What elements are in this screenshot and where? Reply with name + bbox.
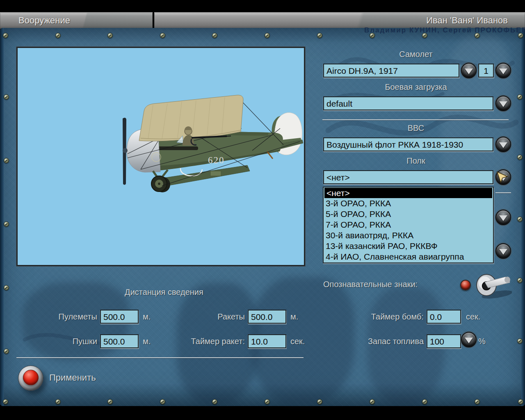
apply-separator — [16, 357, 304, 358]
loadout-select-field[interactable]: default — [323, 96, 493, 110]
list-scroll-button-upper[interactable] — [495, 210, 511, 225]
armament-screen: Вооружение Иван 'Ваня' Иванов Владимир К… — [0, 0, 525, 420]
red-button-icon — [23, 370, 39, 385]
apply-button[interactable] — [18, 365, 43, 391]
screw-icon — [265, 399, 270, 404]
screw-icon — [3, 399, 8, 404]
aircraft-preview-image: 620 — [18, 48, 304, 265]
cannons-label: Пушки — [40, 336, 97, 346]
regiment-option[interactable]: 3-й ОРАО, РККА — [324, 198, 493, 209]
aircraft-count-field[interactable]: 1 — [478, 64, 494, 78]
aircraft-preview: 620 — [16, 47, 305, 266]
aircraft-dropdown-button[interactable] — [461, 63, 477, 78]
arrow-down-icon — [465, 338, 473, 343]
airforce-label: ВВС — [323, 123, 509, 133]
screw-icon — [518, 399, 523, 404]
panel-left-edge — [0, 28, 4, 406]
loadout-label: Боевая загрузка — [323, 82, 509, 92]
screw-icon — [517, 217, 523, 222]
machine-guns-label: Пулеметы — [40, 312, 97, 322]
mouse-cursor — [496, 171, 508, 184]
screw-icon — [160, 399, 165, 404]
convergence-title: Дистанция сведения — [74, 287, 254, 297]
section-separator — [322, 119, 509, 120]
arrow-down-icon — [499, 68, 507, 74]
screw-icon — [517, 338, 523, 344]
screw-icon — [212, 399, 217, 404]
screw-icon — [265, 33, 270, 38]
panel-right-edge — [521, 28, 525, 406]
screw-icon — [107, 399, 113, 404]
screw-icon — [517, 155, 523, 160]
regiment-option[interactable]: 13-й казанский РАО, РККВФ — [324, 241, 493, 251]
arrow-down-icon — [499, 101, 507, 107]
bomb-timer-field[interactable]: 0.0 — [427, 310, 461, 324]
fuel-field[interactable]: 100 — [427, 334, 461, 348]
arrow-down-icon — [465, 68, 473, 74]
screw-icon — [160, 33, 165, 38]
regiment-option[interactable]: 5-й ОРАО, РККА — [324, 209, 493, 219]
rocket-timer-label: Таймер ракет: — [171, 336, 245, 346]
loadout-dropdown-button[interactable] — [495, 96, 511, 111]
regiment-options-list: <нет> 3-й ОРАО, РККА 5-й ОРАО, РККА 7-й … — [323, 187, 494, 263]
fuel-unit: % — [478, 336, 486, 346]
tab-armament[interactable]: Вооружение — [0, 12, 153, 29]
aircraft-count-spin-button[interactable] — [495, 63, 511, 78]
screw-icon — [317, 33, 322, 38]
list-scroll-button-lower[interactable] — [495, 243, 511, 259]
screw-icon — [4, 94, 9, 100]
screw-icon — [3, 33, 8, 38]
tab-armament-label: Вооружение — [18, 13, 70, 28]
screw-icon — [107, 33, 113, 38]
screw-icon — [55, 399, 61, 404]
regiment-option[interactable]: 30-й авиаотряд, РККА — [324, 230, 493, 241]
cannons-field[interactable]: 500.0 — [100, 334, 139, 348]
regiment-select-field[interactable]: <нет> — [323, 170, 493, 184]
airforce-dropdown-button[interactable] — [495, 137, 511, 152]
screw-icon — [370, 399, 375, 404]
aircraft-select-field[interactable]: Airco DH.9A, 1917 — [323, 64, 459, 78]
arrow-down-icon — [499, 142, 507, 148]
tail-number: 620 — [208, 155, 225, 165]
screw-icon — [517, 278, 523, 283]
list-separator — [495, 192, 511, 193]
rocket-timer-unit: сек. — [290, 336, 305, 346]
screw-icon — [422, 399, 427, 404]
arrow-down-icon — [499, 249, 507, 255]
aircraft-label: Самолет — [323, 49, 509, 59]
regiment-option[interactable]: 7-й ОРАО, РККА — [324, 219, 493, 230]
apply-label[interactable]: Применить — [49, 372, 96, 383]
letterbox-top — [0, 0, 525, 12]
screw-icon — [212, 33, 217, 38]
bomb-timer-label: Таймер бомб: — [350, 312, 424, 322]
arrow-down-icon — [499, 215, 507, 221]
regiment-option[interactable]: 4-й ИАО, Славненская авиагруппа — [324, 251, 493, 262]
rockets-field[interactable]: 500.0 — [248, 310, 286, 324]
fuel-label: Запас топлива — [350, 336, 424, 346]
screw-icon — [55, 33, 61, 38]
rockets-unit: м. — [290, 312, 298, 322]
screw-icon — [4, 221, 9, 227]
markings-toggle[interactable] — [458, 273, 512, 299]
screw-icon — [4, 158, 9, 163]
letterbox-bottom — [0, 406, 525, 420]
background-credit-text: Владимир КУНИН, Сергей ПРОКОФЬЕВ — [364, 26, 525, 34]
cannons-unit: м. — [143, 336, 151, 346]
fuel-spin-button[interactable] — [461, 332, 477, 347]
screw-icon — [4, 285, 9, 290]
rockets-label: Ракеты — [187, 312, 245, 322]
bomb-timer-unit: сек. — [466, 312, 480, 322]
screw-icon — [4, 349, 9, 354]
screw-icon — [475, 399, 480, 404]
rocket-timer-field[interactable]: 10.0 — [248, 334, 286, 348]
markings-label: Опознавательные знаки: — [323, 279, 418, 289]
machine-guns-unit: м. — [143, 312, 151, 322]
regiment-label: Полк — [323, 156, 509, 166]
screw-icon — [317, 399, 322, 404]
airforce-select-field[interactable]: Воздушный флот РККА 1918-1930 — [323, 137, 493, 151]
screw-icon — [517, 94, 523, 100]
regiment-option[interactable]: <нет> — [324, 188, 492, 198]
machine-guns-field[interactable]: 500.0 — [100, 310, 139, 324]
